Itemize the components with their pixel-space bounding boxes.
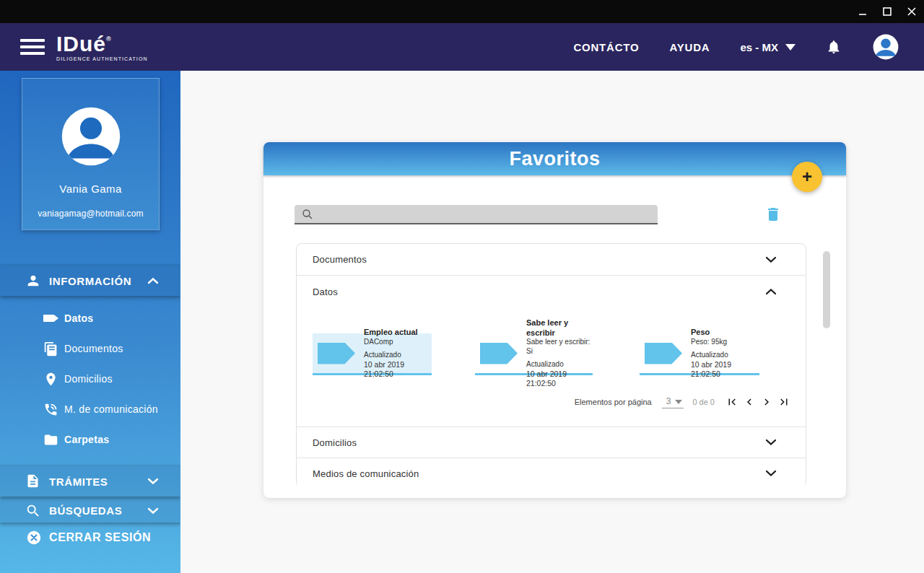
chevron-down-icon [147,507,159,515]
search-icon [25,503,41,519]
prev-page-button[interactable] [742,395,757,409]
favorite-subtitle: Peso: 95kg [691,338,759,347]
tag-icon [480,343,518,364]
first-page-button[interactable] [725,395,739,409]
close-icon [907,6,917,17]
sidebar-item-carpetas[interactable]: Carpetas [0,424,180,455]
accordion-label: Documentos [313,254,367,265]
favorite-title: Peso [691,328,759,338]
sidebar-section-informacion[interactable]: INFORMACIÓN [0,266,180,296]
minimize-button[interactable] [850,0,875,23]
add-favorite-button[interactable]: + [792,162,822,192]
phone-icon [43,402,58,417]
favorites-card: Favoritos + Documentos Datos [263,142,846,498]
search-icon [301,208,314,221]
favorite-updated-label: Actualizado [364,351,432,360]
language-selector[interactable]: es - MX [740,41,796,53]
sidebar: Vania Gama vaniagamag@hotmail.com INFORM… [0,71,180,573]
sidebar-section-busquedas[interactable]: BÚSQUEDAS [0,499,180,522]
sidebar-section-tramites[interactable]: TRÁMITES [0,466,180,497]
prev-page-icon [743,395,756,408]
profile-card: Vania Gama vaniagamag@hotmail.com [22,78,160,230]
last-page-button[interactable] [777,395,791,409]
sidebar-item-label: M. de comunicación [64,403,158,415]
logo-title: IDué [56,32,106,56]
accordion-row-datos[interactable]: Datos [297,276,806,307]
page-range: 0 de 0 [692,398,715,406]
favorite-updated-label: Actualizado [691,351,759,360]
logout-button[interactable]: CERRAR SESIÓN [0,525,180,549]
favorite-item-sabe-leer[interactable]: Sabe leer y escribir Sabe leer y escribi… [475,333,593,375]
favorite-subtitle: Sabe leer y escribir: Si [526,338,593,356]
bell-icon [826,38,842,56]
folder-icon [43,432,58,447]
sidebar-section-label: BÚSQUEDAS [49,504,122,517]
sidebar-item-label: Carpetas [64,434,109,445]
scrollbar-thumb[interactable] [823,251,830,328]
avatar-icon [872,33,899,61]
notifications-button[interactable] [826,38,842,56]
sidebar-item-medios-comunicacion[interactable]: M. de comunicación [0,394,180,424]
favorite-updated-date: 10 abr 2019 21:02:50 [526,369,593,388]
contact-link[interactable]: CONTÁCTO [573,41,639,53]
chevron-down-icon [765,256,777,263]
favorite-item-peso[interactable]: Peso Peso: 95kg Actualizado 10 abr 2019 … [640,333,759,375]
hamburger-icon[interactable] [20,35,45,58]
favorites-header: Favoritos [263,142,846,175]
paginator: Elementos por página 3 0 de 0 [575,393,791,411]
search-input[interactable] [314,205,658,223]
chevron-down-icon [785,44,796,51]
app-header: IDué® DILIGENCE AUTHENTICATION CONTÁCTO … [0,23,924,71]
sidebar-item-label: Documentos [64,343,123,354]
next-page-button[interactable] [759,395,774,409]
logout-label: CERRAR SESIÓN [49,531,151,544]
profile-avatar-icon [61,106,121,167]
favorite-title: Empleo actual [364,328,432,338]
accordion-row-documentos[interactable]: Documentos [297,244,806,276]
chevron-down-icon [147,478,159,485]
documents-icon [43,341,58,357]
sidebar-item-domicilios[interactable]: Domicilios [0,364,180,394]
sidebar-item-documentos[interactable]: Documentos [0,333,180,364]
maximize-icon [882,6,892,17]
search-field[interactable] [295,205,658,224]
favorite-subtitle: DAComp [364,338,432,347]
accordion-row-medios[interactable]: Medios de comunicación [297,458,806,489]
page-title: Favoritos [509,148,600,170]
file-icon [25,473,41,489]
favorite-updated-label: Actualizado [526,360,593,369]
logo-subtitle: DILIGENCE AUTHENTICATION [56,56,148,61]
sidebar-item-datos[interactable]: Datos [0,303,180,333]
window-titlebar [0,0,924,23]
app-logo: IDué® DILIGENCE AUTHENTICATION [56,33,148,61]
person-icon [25,273,41,289]
profile-name: Vania Gama [59,183,121,195]
profile-email: vaniagamag@hotmail.com [38,209,144,219]
sidebar-section-label: TRÁMITES [49,476,108,488]
favorite-updated-date: 10 abr 2019 21:02:50 [691,360,759,379]
chevron-up-icon [147,277,159,284]
sidebar-section-label: INFORMACIÓN [49,275,131,287]
logout-icon [26,530,42,546]
accordion-row-domicilios[interactable]: Domicilios [297,427,806,458]
items-per-page-select[interactable]: 3 [662,396,684,408]
favorites-accordion: Documentos Datos Empleo actual DAComp Ac… [296,243,806,488]
favorite-title: Sabe leer y escribir [526,318,593,338]
language-value: es - MX [740,41,778,53]
minimize-icon [858,6,868,17]
main-content: Favoritos + Documentos Datos [180,71,924,573]
chevron-down-icon [675,400,682,404]
favorite-item-empleo-actual[interactable]: Empleo actual DAComp Actualizado 10 abr … [313,333,432,375]
user-avatar[interactable] [872,33,899,61]
items-per-page-label: Elementos por página [575,398,652,406]
first-page-icon [725,395,738,408]
help-link[interactable]: AYUDA [670,41,710,53]
maximize-button[interactable] [875,0,899,23]
items-per-page-value: 3 [666,396,671,406]
chevron-down-icon [765,439,777,446]
delete-button[interactable] [764,206,782,223]
close-button[interactable] [899,0,924,23]
next-page-icon [760,395,773,408]
chevron-up-icon [765,288,777,295]
accordion-label: Domicilios [313,437,357,448]
